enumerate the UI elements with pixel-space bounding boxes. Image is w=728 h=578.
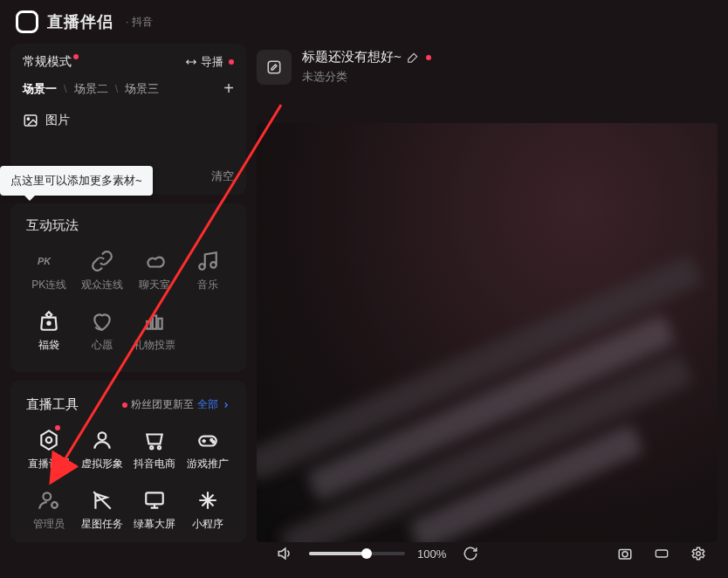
svg-rect-18 bbox=[147, 492, 164, 504]
interaction-title: 互动玩法 bbox=[23, 214, 234, 244]
interaction-panel: 互动玩法 PK PK连线 观众连线 聊天室 音乐 bbox=[10, 203, 246, 372]
scene-tab-1[interactable]: 场景一 bbox=[23, 81, 57, 97]
source-item-image[interactable]: 图片 bbox=[23, 109, 234, 135]
interaction-wish[interactable]: 心愿 bbox=[76, 305, 129, 361]
stream-category[interactable]: 未选分类 bbox=[302, 69, 431, 85]
avatar-icon bbox=[91, 429, 113, 451]
livetool-startask[interactable]: 星图任务 bbox=[76, 484, 129, 540]
preview-bottom-bar: 100% bbox=[262, 536, 721, 571]
gear-icon bbox=[690, 546, 706, 561]
fan-update-link[interactable]: 粉丝团更新至 全部 bbox=[120, 397, 230, 412]
svg-point-3 bbox=[199, 264, 205, 270]
speaker-icon bbox=[276, 545, 293, 562]
volume-button[interactable] bbox=[272, 543, 297, 564]
volume-value: 100% bbox=[417, 547, 446, 561]
settings-button[interactable] bbox=[686, 543, 711, 564]
svg-point-1 bbox=[27, 118, 29, 120]
svg-rect-19 bbox=[268, 61, 280, 73]
svg-rect-23 bbox=[656, 550, 667, 557]
vote-icon bbox=[143, 310, 166, 333]
svg-point-4 bbox=[210, 262, 216, 268]
interaction-pk[interactable]: PK PK连线 bbox=[23, 244, 76, 301]
bag-icon bbox=[38, 310, 60, 333]
music-icon bbox=[196, 250, 219, 272]
livetool-admin[interactable]: 管理员 bbox=[23, 484, 76, 540]
chat-cloud-icon bbox=[143, 250, 166, 272]
interaction-giftvote[interactable]: 礼物投票 bbox=[128, 305, 182, 361]
svg-point-24 bbox=[697, 552, 701, 556]
livetool-miniprogram[interactable]: 小程序 bbox=[182, 484, 235, 540]
svg-point-22 bbox=[622, 552, 628, 557]
svg-point-16 bbox=[44, 492, 52, 500]
svg-rect-7 bbox=[153, 316, 156, 329]
stream-title[interactable]: 标题还没有想好~ bbox=[302, 49, 431, 65]
svg-point-5 bbox=[48, 322, 51, 325]
interaction-chatroom[interactable]: 聊天室 bbox=[128, 244, 182, 301]
pk-icon: PK bbox=[38, 250, 60, 272]
svg-point-10 bbox=[98, 432, 106, 440]
image-icon bbox=[23, 113, 38, 128]
svg-point-17 bbox=[52, 502, 58, 508]
monitor-icon bbox=[143, 489, 166, 512]
clear-sources-button[interactable]: 清空 bbox=[211, 169, 234, 184]
add-source-tooltip: 点这里可以添加更多素材~ bbox=[0, 166, 153, 196]
pencil-icon bbox=[407, 52, 419, 64]
preview-window[interactable] bbox=[257, 123, 718, 542]
landscape-icon bbox=[652, 547, 671, 561]
svg-rect-6 bbox=[148, 321, 151, 329]
livetool-greenscreen[interactable]: 绿幕大屏 bbox=[128, 484, 182, 540]
scene-tab-2[interactable]: 场景二 bbox=[74, 81, 108, 97]
camera-icon bbox=[616, 546, 634, 561]
flag-slash-icon bbox=[91, 489, 113, 512]
svg-text:PK: PK bbox=[38, 256, 52, 266]
chevron-right-icon bbox=[222, 401, 230, 409]
scene-tabs: 场景一 \ 场景二 \ 场景三 + bbox=[23, 79, 234, 99]
svg-rect-8 bbox=[159, 319, 162, 329]
livetool-ecommerce[interactable]: 抖音电商 bbox=[128, 423, 182, 480]
refresh-icon bbox=[463, 546, 478, 561]
app-header: 直播伴侣 · 抖音 bbox=[0, 0, 728, 44]
svg-point-15 bbox=[212, 441, 214, 443]
swap-icon bbox=[185, 56, 197, 68]
gamepad-icon bbox=[196, 429, 219, 451]
livetool-settings[interactable]: 直播设置 bbox=[23, 423, 76, 480]
sparkle-icon bbox=[196, 489, 219, 512]
left-sidebar: 常规模式 导播 场景一 \ 场景二 \ 场景三 + 图片 bbox=[10, 44, 246, 542]
snapshot-button[interactable] bbox=[613, 543, 637, 564]
volume-slider[interactable] bbox=[309, 552, 405, 555]
livetool-gamepromo[interactable]: 游戏推广 bbox=[182, 423, 235, 480]
interaction-audience[interactable]: 观众连线 bbox=[76, 244, 129, 301]
livetools-title: 直播工具 bbox=[26, 396, 79, 413]
svg-point-9 bbox=[46, 437, 52, 444]
livetool-avatar[interactable]: 虚拟形象 bbox=[76, 423, 129, 480]
pencil-box-icon bbox=[266, 59, 282, 75]
interaction-music[interactable]: 音乐 bbox=[182, 244, 235, 301]
admin-icon bbox=[38, 489, 60, 512]
hex-gear-icon bbox=[38, 429, 60, 451]
orientation-button[interactable] bbox=[649, 543, 674, 564]
add-scene-button[interactable]: + bbox=[223, 79, 234, 99]
mode-selector[interactable]: 常规模式 bbox=[23, 54, 79, 70]
svg-point-11 bbox=[150, 446, 153, 449]
refresh-button[interactable] bbox=[458, 543, 483, 564]
app-title: 直播伴侣 bbox=[47, 11, 113, 32]
app-subtitle: · 抖音 bbox=[126, 15, 153, 30]
edit-cover-button[interactable] bbox=[257, 50, 292, 85]
livetools-panel: 直播工具 粉丝团更新至 全部 直播设置 虚拟形象 bbox=[10, 381, 246, 542]
interaction-luckybag[interactable]: 福袋 bbox=[23, 305, 76, 361]
app-logo-icon bbox=[16, 10, 38, 33]
wish-icon bbox=[91, 310, 113, 333]
link-icon bbox=[91, 250, 113, 272]
preview-area: 标题还没有想好~ 未选分类 bbox=[257, 44, 718, 542]
scene-tab-3[interactable]: 场景三 bbox=[125, 81, 159, 97]
switch-director-button[interactable]: 导播 bbox=[185, 54, 234, 70]
svg-point-12 bbox=[158, 446, 161, 449]
cart-icon bbox=[143, 429, 166, 451]
